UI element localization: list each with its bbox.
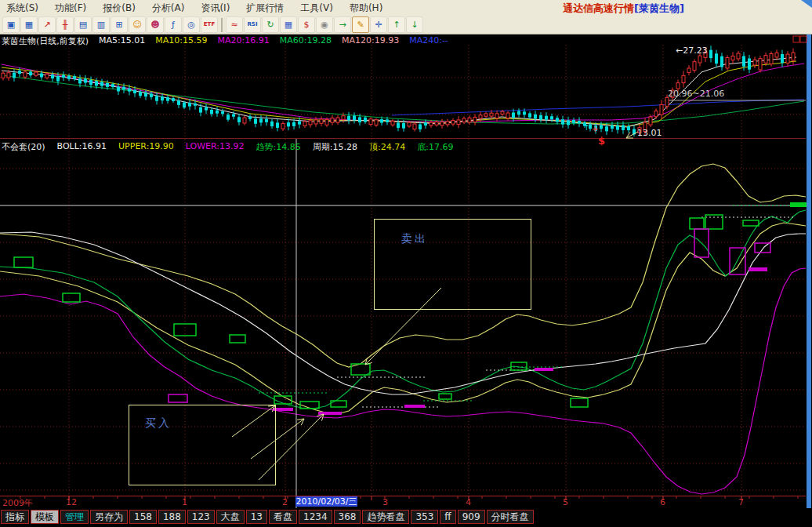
indHeader-item-3: LOWER:13.92 — [186, 141, 245, 151]
stock-header: 莱茵生物(日线,前复权)MA5:15.01MA10:15.59MA20:16.9… — [2, 35, 448, 45]
indHeader-item-2: UPPER:19.90 — [118, 141, 174, 151]
x-axis-date-highlight: 2010/02/03/三 — [295, 496, 357, 507]
toolbar: ▣▦↗╫▤▥⊞☺☻ƒ◎ETF≈RSI↻▦$◉→✎✛↑↓ — [0, 16, 812, 35]
user-icon[interactable]: ☺ — [129, 16, 146, 33]
bottom-bar-button-353[interactable]: 353 — [411, 510, 438, 524]
range-price-label: 20.96~21.06 — [668, 89, 724, 99]
bottom-bar-button-看盘[interactable]: 看盘 — [269, 510, 297, 524]
bottom-bar-button-13[interactable]: 13 — [246, 510, 267, 524]
wave-icon[interactable]: ≈ — [226, 16, 243, 33]
bottom-bar-button-123[interactable]: 123 — [187, 510, 215, 524]
menu-item-1[interactable]: 功能(F) — [49, 0, 96, 16]
x-axis-month-label-7: 7 — [738, 497, 744, 507]
high-price-label: ←27.23 — [676, 45, 708, 56]
bottom-bar-button-另存为[interactable]: 另存为 — [90, 510, 128, 524]
ex-rights-icon: $ — [598, 135, 605, 147]
refresh-icon[interactable]: ↻ — [262, 16, 279, 33]
app-title: 通达信高速行情[莱茵生物] — [563, 2, 684, 16]
indHeader-item-0: 不会套(20) — [2, 141, 45, 151]
x-axis-month-label-0: 12 — [66, 497, 77, 507]
bottom-bar-button-368[interactable]: 368 — [334, 510, 361, 524]
x-axis: 2009年 2010/02/03/三 121234567 — [0, 496, 812, 508]
trend-line-icon[interactable]: ↗ — [38, 16, 56, 33]
x-axis-year-label: 2009年 — [2, 497, 33, 509]
bottom-bar-button-趋势看盘[interactable]: 趋势看盘 — [362, 510, 409, 524]
plus-marker-icon: + — [592, 125, 598, 133]
stockHeader-item-0: 莱茵生物(日线,前复权) — [2, 35, 89, 45]
report-icon[interactable]: ▤ — [74, 16, 92, 33]
menu-item-2[interactable]: 报价(B) — [96, 0, 146, 16]
search-icon[interactable]: ◎ — [183, 16, 200, 33]
stockHeader-item-1: MA5:15.01 — [99, 35, 145, 45]
bottom-bar-button-ff[interactable]: ff — [440, 510, 455, 524]
up-marker-icon: ↑ — [583, 123, 589, 132]
sell-label: 卖出 — [401, 232, 428, 246]
menu-item-0[interactable]: 系统(S) — [0, 0, 49, 16]
quote-list-icon[interactable]: ▥ — [92, 16, 110, 33]
blocks-icon[interactable]: ▦ — [280, 16, 297, 33]
bottom-bar-button-158[interactable]: 158 — [129, 510, 157, 524]
menu-item-4[interactable]: 资讯(I) — [194, 0, 240, 16]
bottom-bar-button-分时看盘[interactable]: 分时看盘 — [487, 510, 534, 524]
indHeader-item-5: 周期:15.28 — [313, 141, 357, 151]
stockHeader-item-4: MA60:19.28 — [280, 35, 332, 45]
stockHeader-item-5: MA120:19.93 — [342, 35, 399, 45]
users-icon[interactable]: ☻ — [147, 16, 164, 33]
x-axis-month-label-3: 3 — [382, 497, 388, 507]
quote-grid-icon[interactable]: ▦ — [20, 16, 38, 33]
x-axis-month-label-1: 1 — [182, 497, 187, 507]
sell-annotation-box: 卖出 — [374, 219, 531, 310]
down-arrow-icon[interactable]: ↓ — [406, 16, 423, 33]
window-corner-decoration — [801, 0, 812, 8]
low-price-label: 13.01 — [637, 128, 662, 138]
tree-view-icon[interactable]: ⊞ — [111, 16, 128, 33]
menu-item-6[interactable]: 工具(V) — [294, 0, 343, 16]
buy-annotation-box: 买入 — [129, 405, 276, 485]
bottom-bar-button-1234[interactable]: 1234 — [299, 510, 332, 524]
bottom-bar-button-大盘[interactable]: 大盘 — [216, 510, 245, 524]
etf-icon[interactable]: ETF — [201, 16, 218, 33]
draw-pencil-icon[interactable]: ✎ — [352, 16, 369, 33]
bottom-bar: 指标模板管理另存为158188123大盘13看盘1234368趋势看盘353ff… — [0, 508, 812, 527]
up-arrow-icon[interactable]: ↑ — [388, 16, 405, 33]
indHeader-item-6: 顶:24.74 — [369, 141, 405, 151]
menu-item-3[interactable]: 分析(A) — [146, 0, 195, 16]
market-monitor-icon[interactable]: ▣ — [2, 16, 20, 33]
lower-chart-lines — [0, 164, 806, 494]
arrow-into-icon[interactable]: → — [334, 16, 351, 33]
buy-label: 买入 — [145, 416, 172, 431]
indicator-header: 不会套(20)BOLL:16.91UPPER:19.90LOWER:13.92趋… — [2, 141, 453, 151]
bottom-bar-button-指标[interactable]: 指标 — [1, 510, 29, 524]
stockHeader-item-2: MA10:15.59 — [155, 35, 207, 45]
menu-item-7[interactable]: 帮助(H) — [343, 0, 393, 16]
x-axis-month-label-4: 4 — [466, 497, 471, 507]
x-axis-month-label-5: 5 — [563, 497, 568, 507]
menu-item-5[interactable]: 扩展行情 — [240, 0, 294, 16]
kline-chart-icon[interactable]: ╫ — [56, 16, 74, 33]
indHeader-item-7: 底:17.69 — [417, 141, 453, 151]
toolbar-separator — [221, 18, 223, 32]
move-icon[interactable]: ✛ — [370, 16, 387, 33]
rsi-icon[interactable]: RSI — [244, 16, 261, 33]
bottom-bar-button-909[interactable]: 909 — [458, 510, 485, 524]
x-axis-month-label-6: 6 — [660, 497, 665, 507]
bottom-bar-button-管理[interactable]: 管理 — [60, 510, 89, 524]
bottom-bar-button-188[interactable]: 188 — [158, 510, 186, 524]
bottom-bar-button-模板[interactable]: 模板 — [31, 510, 59, 524]
stockHeader-item-6: MA240:-- — [409, 35, 448, 45]
x-axis-month-label-2: 2 — [282, 497, 288, 507]
stockHeader-item-3: MA20:16.91 — [218, 35, 270, 45]
app-title-stock: [莱茵生物] — [634, 2, 684, 14]
indHeader-item-1: BOLL:16.91 — [57, 141, 107, 151]
pointer-icon[interactable]: ◉ — [316, 16, 333, 33]
formula-icon[interactable]: ƒ — [165, 16, 182, 33]
menu-bar: 系统(S)功能(F)报价(B)分析(A)资讯(I)扩展行情工具(V)帮助(H) — [0, 0, 812, 16]
money-icon[interactable]: $ — [298, 16, 315, 33]
app-title-text: 通达信高速行情 — [563, 2, 634, 14]
indHeader-item-4: 趋势:14.85 — [256, 141, 301, 151]
